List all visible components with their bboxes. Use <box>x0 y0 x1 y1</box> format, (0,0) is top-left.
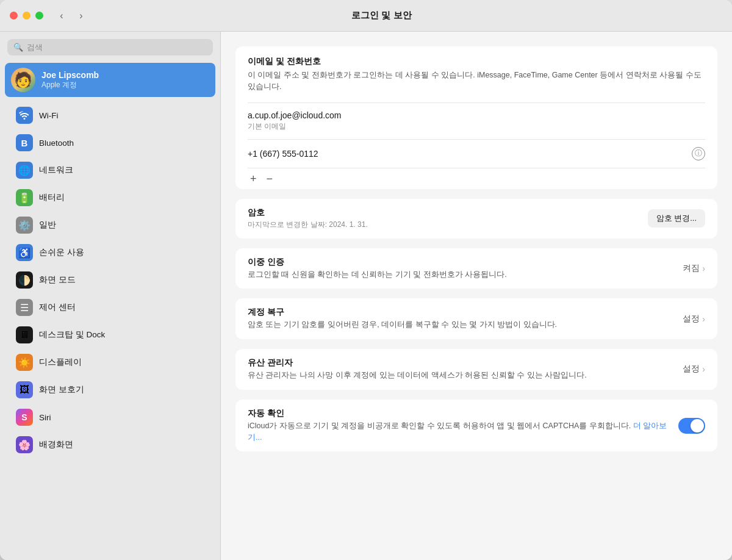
main-layout: 🔍 🧑 Joe Lipscomb Apple 계정 <box>0 32 732 560</box>
email-address: a.cup.of.joe@icloud.com <box>248 110 705 120</box>
wallpaper-icon: 🌸 <box>16 436 33 453</box>
phone-row: +1 (667) 555-0112 ⓘ <box>235 140 717 168</box>
auto-verify-section: 자동 확인 iCloud가 자동으로 기기 및 계정을 비공개로 확인할 수 있… <box>235 400 717 452</box>
sidebar-item-label: 배경화면 <box>39 439 73 450</box>
password-title: 암호 <box>248 207 368 218</box>
email-row: a.cup.of.joe@icloud.com 기본 이메일 <box>235 103 717 139</box>
legacy-section: 유산 관리자 유산 관리자는 나의 사망 이후 계정에 있는 데이터에 액세스가… <box>235 349 717 390</box>
recovery-title: 계정 복구 <box>248 307 683 318</box>
password-subtitle: 마지막으로 변경한 날짜: 2024. 1. 31. <box>248 220 368 230</box>
titlebar: ‹ › 로그인 및 보안 <box>0 0 732 32</box>
sidebar-item-label: 디스플레이 <box>39 357 82 368</box>
legacy-title: 유산 관리자 <box>248 357 683 368</box>
forward-button[interactable]: › <box>73 7 90 24</box>
email-section-title: 이메일 및 전화번호 <box>235 46 717 70</box>
accessibility-icon: ♿ <box>16 244 33 261</box>
sidebar-item-wallpaper[interactable]: 🌸 배경화면 <box>5 431 215 458</box>
recovery-row[interactable]: 계정 복구 암호 또는 기기 암호를 잊어버린 경우, 데이터를 복구할 수 있… <box>235 298 717 339</box>
sidebar-item-desktop[interactable]: 🖥 데스크탑 및 Dock <box>5 321 215 348</box>
legacy-row[interactable]: 유산 관리자 유산 관리자는 나의 사망 이후 계정에 있는 데이터에 액세스가… <box>235 349 717 390</box>
sidebar-item-label: 일반 <box>39 220 56 231</box>
avatar: 🧑 <box>11 68 35 92</box>
sidebar-item-screenmodes[interactable]: 🌓 화면 모드 <box>5 267 215 293</box>
auto-verify-desc: iCloud가 자동으로 기기 및 계정을 비공개로 확인할 수 있도록 허용하… <box>248 420 678 443</box>
back-button[interactable]: ‹ <box>53 7 70 24</box>
two-fa-status: 켜짐 <box>683 263 700 274</box>
sidebar-item-network[interactable]: 🌐 네트워크 <box>5 157 215 184</box>
password-row: 암호 마지막으로 변경한 날짜: 2024. 1. 31. 암호 변경... <box>235 199 717 239</box>
legacy-desc: 유산 관리자는 나의 사망 이후 계정에 있는 데이터에 액세스가 허용된 신뢰… <box>248 370 683 381</box>
maximize-button[interactable] <box>35 12 43 20</box>
sidebar-item-battery[interactable]: 🔋 배터리 <box>5 184 215 211</box>
siri-icon: S <box>16 409 33 426</box>
email-phone-section: 이메일 및 전화번호 이 이메일 주소 및 전화번호가 로그인하는 데 사용될 … <box>235 46 717 189</box>
sidebar-item-display[interactable]: ☀️ 디스플레이 <box>5 349 215 376</box>
legacy-status: 설정 <box>683 364 700 375</box>
sidebar-item-label: Siri <box>39 413 51 422</box>
recovery-section: 계정 복구 암호 또는 기기 암호를 잊어버린 경우, 데이터를 복구할 수 있… <box>235 298 717 339</box>
screenmodes-icon: 🌓 <box>16 271 33 289</box>
general-icon: ⚙️ <box>16 217 33 234</box>
email-type: 기본 이메일 <box>248 121 705 132</box>
desktop-icon: 🖥 <box>16 326 33 343</box>
search-input[interactable] <box>27 43 207 52</box>
wifi-icon <box>16 107 33 124</box>
close-button[interactable] <box>10 12 18 20</box>
sidebar-item-label: 손쉬운 사용 <box>39 247 84 258</box>
sidebar: 🔍 🧑 Joe Lipscomb Apple 계정 <box>0 32 221 560</box>
network-icon: 🌐 <box>16 162 33 179</box>
sidebar-item-label: 배터리 <box>39 192 65 203</box>
traffic-lights <box>10 12 43 20</box>
controlcenter-icon: ☰ <box>16 299 33 316</box>
phone-number: +1 (667) 555-0112 <box>248 149 318 159</box>
two-fa-section: 이중 인증 로그인할 때 신원을 확인하는 데 신뢰하는 기기 및 전화번호가 … <box>235 248 717 289</box>
content-area: 이메일 및 전화번호 이 이메일 주소 및 전화번호가 로그인하는 데 사용될 … <box>221 32 732 560</box>
sidebar-item-wifi[interactable]: Wi-Fi <box>5 102 215 129</box>
battery-icon: 🔋 <box>16 189 33 206</box>
phone-info-button[interactable]: ⓘ <box>692 147 705 160</box>
sidebar-item-label: Wi-Fi <box>39 111 58 120</box>
recovery-desc: 암호 또는 기기 암호를 잊어버린 경우, 데이터를 복구할 수 있는 몇 가지… <box>248 319 683 331</box>
remove-email-phone-button[interactable]: − <box>264 173 276 184</box>
auto-verify-row: 자동 확인 iCloud가 자동으로 기기 및 계정을 비공개로 확인할 수 있… <box>235 400 717 452</box>
sidebar-item-label: Bluetooth <box>39 138 74 148</box>
display-icon: ☀️ <box>16 354 33 371</box>
two-fa-title: 이중 인증 <box>248 257 683 268</box>
password-section: 암호 마지막으로 변경한 날짜: 2024. 1. 31. 암호 변경... <box>235 199 717 239</box>
auto-verify-toggle[interactable] <box>678 418 705 434</box>
nav-buttons: ‹ › <box>53 7 90 24</box>
screensaver-icon: 🖼 <box>16 381 33 398</box>
recovery-status: 설정 <box>683 314 700 325</box>
user-name: Joe Lipscomb <box>41 70 99 80</box>
sidebar-item-bluetooth[interactable]: B Bluetooth <box>5 129 215 156</box>
sidebar-item-controlcenter[interactable]: ☰ 제어 센터 <box>5 294 215 321</box>
chevron-right-icon: › <box>702 264 705 273</box>
minimize-button[interactable] <box>23 12 30 20</box>
bluetooth-icon: B <box>16 134 33 151</box>
sidebar-item-label: 화면 보호기 <box>39 384 84 395</box>
email-section-desc: 이 이메일 주소 및 전화번호가 로그인하는 데 사용될 수 있습니다. iMe… <box>235 70 717 102</box>
sidebar-item-label: 네트워크 <box>39 165 73 176</box>
search-icon: 🔍 <box>13 43 23 52</box>
change-password-button[interactable]: 암호 변경... <box>648 209 705 228</box>
two-fa-row[interactable]: 이중 인증 로그인할 때 신원을 확인하는 데 신뢰하는 기기 및 전화번호가 … <box>235 248 717 289</box>
sidebar-item-screensaver[interactable]: 🖼 화면 보호기 <box>5 376 215 403</box>
search-bar: 🔍 <box>7 39 213 56</box>
sidebar-item-label: 제어 센터 <box>39 302 76 313</box>
sidebar-item-accessibility[interactable]: ♿ 손쉬운 사용 <box>5 239 215 266</box>
page-title: 로그인 및 보안 <box>90 10 673 21</box>
sidebar-item-label: 데스크탑 및 Dock <box>39 329 105 340</box>
chevron-right-icon: › <box>702 364 705 374</box>
sidebar-item-general[interactable]: ⚙️ 일반 <box>5 212 215 239</box>
two-fa-desc: 로그인할 때 신원을 확인하는 데 신뢰하는 기기 및 전화번호가 사용됩니다. <box>248 269 683 281</box>
sidebar-item-siri[interactable]: S Siri <box>5 404 215 431</box>
user-subtitle: Apple 계정 <box>41 80 99 90</box>
auto-verify-title: 자동 확인 <box>248 408 678 419</box>
add-email-phone-button[interactable]: + <box>248 173 259 184</box>
sidebar-item-label: 화면 모드 <box>39 275 76 285</box>
chevron-right-icon: › <box>702 314 705 324</box>
add-remove-row: + − <box>235 168 717 189</box>
user-profile-item[interactable]: 🧑 Joe Lipscomb Apple 계정 <box>5 63 215 97</box>
app-window: ‹ › 로그인 및 보안 🔍 🧑 Joe Lipscomb Apple 계정 <box>0 0 732 560</box>
